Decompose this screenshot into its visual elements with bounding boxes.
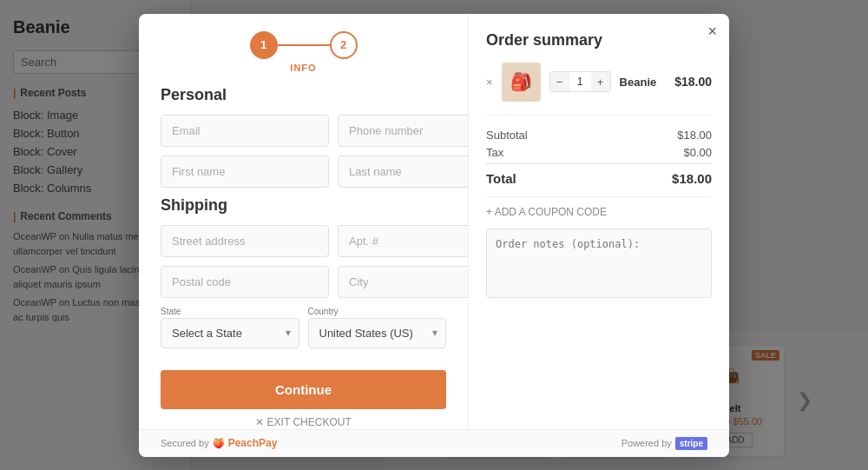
email-phone-row: [161, 115, 446, 147]
country-label: Country: [308, 307, 447, 316]
qty-value: 1: [569, 76, 591, 88]
item-price: $18.00: [674, 75, 712, 89]
country-group: Country United States (US): [308, 307, 447, 348]
modal-body: 1 2 INFO Personal Shipping: [139, 14, 729, 429]
tax-value: $0.00: [683, 146, 712, 159]
peachpay-name: PeachPay: [228, 437, 278, 449]
total-label: Total: [486, 171, 516, 186]
order-item: × 🎒 − 1 + Beanie $18.00: [486, 63, 712, 116]
email-input[interactable]: [161, 115, 329, 147]
checkout-form: 1 2 INFO Personal Shipping: [139, 14, 469, 429]
state-group: State Select a State: [161, 307, 299, 348]
step-1: 1: [250, 31, 278, 59]
powered-by-label: Powered by: [621, 438, 672, 448]
firstname-input[interactable]: [161, 156, 329, 188]
country-select[interactable]: United States (US): [308, 318, 447, 348]
street-input[interactable]: [161, 225, 329, 257]
personal-heading: Personal: [161, 86, 446, 104]
powered-by-stripe: Powered by stripe: [621, 437, 707, 450]
qty-decrease-button[interactable]: −: [550, 72, 569, 91]
state-country-row: State Select a State Country United Stat…: [161, 307, 446, 348]
order-summary-title: Order summary: [486, 31, 712, 50]
phone-input[interactable]: [338, 115, 469, 147]
coupon-link[interactable]: + ADD A COUPON CODE: [486, 196, 712, 218]
state-select[interactable]: Select a State: [161, 318, 299, 348]
secured-by: Secured by 🍑 PeachPay: [161, 437, 277, 449]
modal-footer: Secured by 🍑 PeachPay Powered by stripe: [139, 429, 729, 457]
postal-city-row: [161, 266, 446, 298]
step-2: 2: [330, 31, 358, 59]
tax-row: Tax $0.00: [486, 146, 712, 159]
order-notes: [486, 228, 712, 301]
item-name: Beanie: [620, 76, 667, 89]
item-image: 🎒: [502, 63, 541, 102]
state-label: State: [161, 307, 299, 316]
tax-label: Tax: [486, 146, 503, 159]
state-select-wrapper: Select a State: [161, 318, 299, 348]
continue-button[interactable]: Continue: [161, 370, 446, 409]
postal-input[interactable]: [161, 266, 329, 298]
qty-increase-button[interactable]: +: [591, 72, 610, 91]
country-select-wrapper: United States (US): [308, 318, 447, 348]
apt-input[interactable]: [338, 225, 469, 257]
stepper: 1 2 INFO: [161, 31, 446, 73]
order-notes-input[interactable]: [486, 228, 712, 298]
checkout-modal: × 1 2 INFO Personal: [139, 14, 729, 457]
order-summary: Order summary × 🎒 − 1 + Beanie $18.00 Su…: [469, 14, 729, 429]
order-totals: Subtotal $18.00 Tax $0.00 Total $18.00: [486, 129, 712, 186]
subtotal-value: $18.00: [677, 129, 712, 142]
step-info-label: INFO: [290, 63, 316, 73]
total-row: Total $18.00: [486, 163, 712, 186]
subtotal-row: Subtotal $18.00: [486, 129, 712, 142]
exit-checkout-link[interactable]: ✕ EXIT CHECKOUT: [161, 416, 446, 428]
subtotal-label: Subtotal: [486, 129, 528, 142]
peachpay-icon: 🍑: [213, 438, 225, 449]
lastname-input[interactable]: [338, 156, 469, 188]
address-row: [161, 225, 446, 257]
qty-control: − 1 +: [549, 71, 611, 92]
close-button[interactable]: ×: [707, 23, 717, 41]
total-value: $18.00: [672, 171, 712, 186]
name-row: [161, 156, 446, 188]
secured-label: Secured by: [161, 438, 209, 448]
modal-overlay: × 1 2 INFO Personal: [0, 0, 868, 470]
stripe-badge: stripe: [675, 437, 707, 450]
stepper-row: 1 2: [250, 31, 358, 59]
step-line: [278, 44, 330, 46]
shipping-heading: Shipping: [161, 196, 446, 215]
city-input[interactable]: [338, 266, 469, 298]
remove-item-button[interactable]: ×: [486, 76, 493, 89]
